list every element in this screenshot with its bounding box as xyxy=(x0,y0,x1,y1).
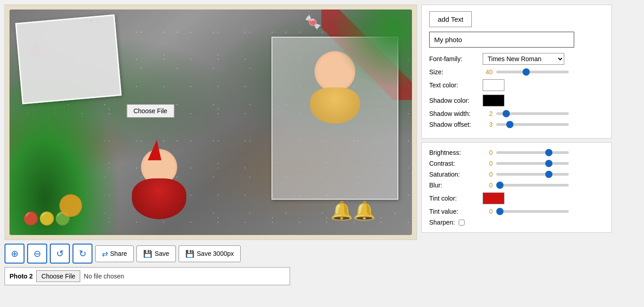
rotate-icon: ↻ xyxy=(79,248,87,259)
choose-file-button[interactable]: Choose File xyxy=(36,270,80,282)
shadow-color-swatch[interactable] xyxy=(483,95,504,106)
save-3000-label: Save 3000px xyxy=(197,250,234,257)
zoom-out-icon: ⊖ xyxy=(34,248,41,259)
shadow-color-row: Shadow color: xyxy=(429,95,604,106)
size-value: 40 xyxy=(483,68,493,76)
shadow-offset-label: Shadow offset: xyxy=(429,121,479,128)
contrast-label: Contrast: xyxy=(429,160,479,167)
text-color-row: Text color: xyxy=(429,79,604,91)
blur-value: 0 xyxy=(483,182,493,189)
photo-frame-left xyxy=(15,14,122,104)
contrast-slider[interactable] xyxy=(496,162,569,165)
contrast-value: 0 xyxy=(483,160,493,167)
effects-panel: Brightness: 0 Contrast: 0 Saturation: 0 … xyxy=(421,142,612,233)
share-label: Share xyxy=(110,250,127,257)
zoom-out-button[interactable]: ⊖ xyxy=(27,244,47,264)
blur-label: Blur: xyxy=(429,182,479,189)
shadow-width-row: Shadow width: 2 xyxy=(429,110,604,117)
size-slider[interactable] xyxy=(496,71,569,73)
shadow-width-slider[interactable] xyxy=(496,112,569,115)
save-3000-button[interactable]: 💾 Save 3000px xyxy=(179,245,241,262)
size-row: Size: 40 xyxy=(429,68,604,76)
photo-2-label: Photo 2 xyxy=(10,273,33,280)
font-family-label: Font-family: xyxy=(429,55,479,62)
font-family-select[interactable]: Times New Roman Arial Georgia Verdana Co… xyxy=(483,53,564,65)
shadow-color-label: Shadow color: xyxy=(429,97,479,104)
saturation-slider[interactable] xyxy=(496,173,569,176)
add-text-button[interactable]: add Text xyxy=(429,11,472,27)
tint-color-row: Tint color: xyxy=(429,192,604,204)
blur-slider[interactable] xyxy=(496,184,569,187)
shadow-offset-value: 3 xyxy=(483,121,493,128)
save-label: Save xyxy=(155,250,169,257)
text-color-label: Text color: xyxy=(429,82,479,89)
canvas-inner: ★ ●●● Choose File xyxy=(10,10,412,235)
shadow-offset-slider[interactable] xyxy=(496,123,569,126)
zoom-in-icon: ⊕ xyxy=(11,248,19,259)
save-3000-icon: 💾 xyxy=(185,249,194,258)
no-file-text: No file chosen xyxy=(84,273,124,280)
right-panel: add Text Font-family: Times New Roman Ar… xyxy=(421,5,612,233)
file-row: Photo 2 Choose File No file chosen xyxy=(5,267,290,285)
reset-icon: ↺ xyxy=(56,248,64,259)
toolbar: ⊕ ⊖ ↺ ↻ ⇄ Share 💾 Save 💾 Save 3000px xyxy=(5,244,417,264)
left-panel: ★ ●●● Choose File xyxy=(5,5,417,285)
shadow-width-value: 2 xyxy=(483,110,493,117)
saturation-label: Saturation: xyxy=(429,171,479,178)
rotate-button[interactable]: ↻ xyxy=(73,244,92,264)
photo-title-input[interactable] xyxy=(429,32,574,48)
tint-color-label: Tint color: xyxy=(429,195,479,202)
contrast-row: Contrast: 0 xyxy=(429,160,604,167)
brightness-row: Brightness: 0 xyxy=(429,149,604,156)
saturation-row: Saturation: 0 xyxy=(429,171,604,178)
save-button[interactable]: 💾 Save xyxy=(136,245,176,262)
photo-frame-right xyxy=(271,37,398,200)
text-color-swatch[interactable] xyxy=(483,79,504,91)
canvas-wrapper: ★ ●●● Choose File xyxy=(5,5,417,240)
share-icon: ⇄ xyxy=(102,249,108,258)
brightness-slider[interactable] xyxy=(496,151,569,154)
tint-value: 0 xyxy=(483,208,493,215)
reset-button[interactable]: ↺ xyxy=(50,244,70,264)
blur-row: Blur: 0 xyxy=(429,182,604,189)
shadow-width-label: Shadow width: xyxy=(429,110,479,117)
share-button[interactable]: ⇄ Share xyxy=(95,245,134,262)
saturation-value: 0 xyxy=(483,171,493,178)
sharpen-label: Sharpen: xyxy=(429,219,455,226)
canvas-choose-file-button[interactable]: Choose File xyxy=(126,104,174,118)
size-label: Size: xyxy=(429,68,479,76)
shadow-offset-row: Shadow offset: 3 xyxy=(429,121,604,128)
tint-value-row: Tint value: 0 xyxy=(429,208,604,215)
save-icon: 💾 xyxy=(143,249,152,258)
zoom-in-button[interactable]: ⊕ xyxy=(5,244,24,264)
font-family-row: Font-family: Times New Roman Arial Georg… xyxy=(429,53,604,65)
tint-value-label: Tint value: xyxy=(429,208,479,215)
sharpen-checkbox[interactable] xyxy=(459,220,465,225)
sharpen-row: Sharpen: xyxy=(429,219,604,226)
text-panel: add Text Font-family: Times New Roman Ar… xyxy=(421,5,612,139)
tint-color-swatch[interactable] xyxy=(483,192,504,204)
tint-slider[interactable] xyxy=(496,210,569,213)
brightness-value: 0 xyxy=(483,149,493,156)
brightness-label: Brightness: xyxy=(429,149,479,156)
